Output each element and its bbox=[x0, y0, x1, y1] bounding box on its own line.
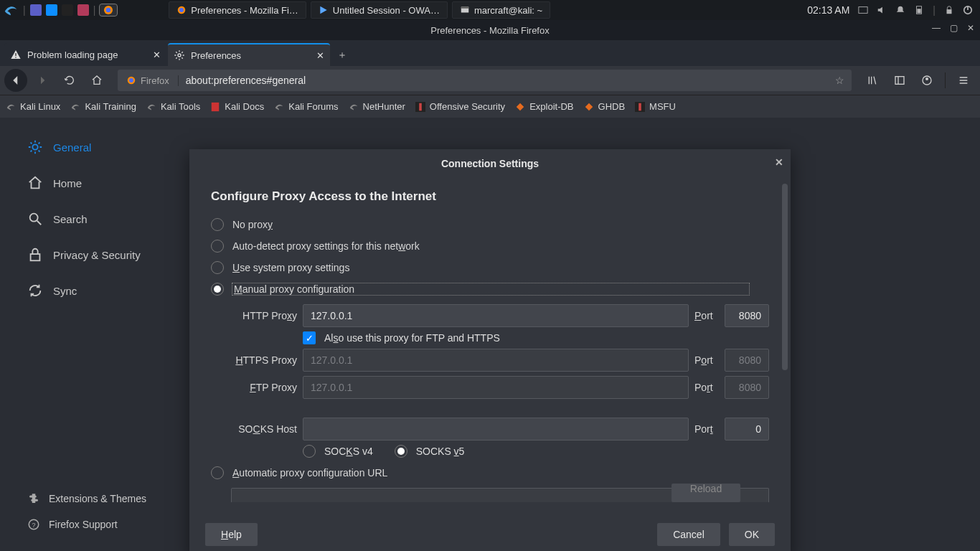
tab-close-icon[interactable]: ✕ bbox=[153, 50, 161, 60]
library-icon[interactable] bbox=[860, 69, 885, 92]
panel-launchers: | | Preferences - Mozilla Fi… Untitled S… bbox=[3, 1, 550, 19]
sidenav-item-search[interactable]: Search bbox=[27, 211, 182, 227]
home-button[interactable] bbox=[85, 69, 109, 92]
radio-system-proxy[interactable]: Use system proxy settings bbox=[211, 257, 769, 278]
radio-icon bbox=[211, 261, 224, 274]
port-label: Port bbox=[694, 354, 719, 366]
workspace-icon[interactable] bbox=[858, 5, 868, 15]
maximize-button[interactable]: ▢ bbox=[948, 23, 958, 33]
bookmark-item[interactable]: NetHunter bbox=[349, 101, 405, 112]
svg-rect-13 bbox=[15, 57, 16, 57]
svg-rect-21 bbox=[212, 102, 220, 110]
launcher-icon-2[interactable] bbox=[77, 4, 89, 16]
browser-tab[interactable]: Preferences ✕ bbox=[168, 43, 330, 66]
clock[interactable]: 02:13 AM bbox=[807, 4, 849, 16]
svg-rect-17 bbox=[895, 77, 904, 85]
close-button[interactable]: ✕ bbox=[966, 23, 976, 33]
launcher-icon[interactable] bbox=[30, 4, 42, 16]
account-icon[interactable] bbox=[915, 69, 939, 92]
volume-icon[interactable] bbox=[877, 5, 887, 15]
cancel-button[interactable]: Cancel bbox=[657, 523, 720, 546]
bookmark-item[interactable]: GHDB bbox=[584, 101, 626, 112]
kali-menu-icon[interactable] bbox=[3, 2, 19, 18]
notifications-icon[interactable] bbox=[895, 5, 905, 15]
puzzle-icon bbox=[27, 492, 40, 505]
taskbar-item[interactable]: Preferences - Mozilla Fi… bbox=[169, 1, 306, 19]
browser-tab[interactable]: Problem loading page ✕ bbox=[4, 43, 166, 66]
socks-port-input[interactable] bbox=[725, 418, 769, 441]
radio-socks-v5[interactable] bbox=[395, 445, 407, 458]
radio-socks-v4[interactable] bbox=[303, 445, 316, 458]
hamburger-menu-icon[interactable] bbox=[951, 69, 976, 92]
power-icon[interactable] bbox=[963, 5, 973, 15]
svg-text:?: ? bbox=[32, 522, 35, 529]
radio-icon bbox=[211, 218, 224, 231]
also-use-label: Also use this proxy for FTP and HTTPS bbox=[324, 332, 500, 344]
url-bar[interactable]: Firefox ☆ bbox=[118, 70, 852, 91]
bookmark-star-icon[interactable]: ☆ bbox=[828, 75, 852, 86]
new-tab-button[interactable]: ＋ bbox=[331, 44, 353, 66]
help-button[interactable]: Help bbox=[205, 523, 258, 546]
radio-auto-config-url[interactable]: Automatic proxy configuration URL bbox=[211, 462, 769, 484]
scrollbar-thumb[interactable] bbox=[782, 184, 788, 370]
svg-point-27 bbox=[30, 214, 38, 222]
taskbar-item-label: Untitled Session - OWA… bbox=[333, 5, 440, 16]
dialog-close-icon[interactable]: ✕ bbox=[775, 156, 783, 168]
gear-icon bbox=[27, 139, 43, 155]
bookmark-item[interactable]: Kali Docs bbox=[210, 101, 264, 112]
tab-label: Preferences bbox=[191, 50, 241, 61]
bookmark-item[interactable]: Kali Linux bbox=[6, 101, 60, 112]
tab-close-icon[interactable]: ✕ bbox=[316, 50, 324, 61]
forward-button[interactable] bbox=[30, 69, 55, 92]
sidenav-item-general[interactable]: General bbox=[27, 139, 182, 155]
http-proxy-host-input[interactable] bbox=[303, 304, 689, 327]
svg-rect-29 bbox=[31, 254, 40, 260]
http-proxy-port-input[interactable] bbox=[725, 304, 769, 327]
bookmark-item[interactable]: Kali Forums bbox=[274, 101, 338, 112]
reload-button[interactable]: Reload bbox=[672, 484, 740, 502]
svg-point-16 bbox=[129, 78, 133, 83]
radio-auto-detect[interactable]: Auto-detect proxy settings for this netw… bbox=[211, 235, 769, 257]
terminal-icon[interactable] bbox=[62, 4, 73, 16]
battery-icon[interactable] bbox=[914, 5, 924, 15]
sidenav-item-home[interactable]: Home bbox=[27, 175, 182, 191]
ftp-proxy-port-input bbox=[725, 376, 769, 399]
url-identity[interactable]: Firefox bbox=[118, 75, 179, 86]
bookmark-item[interactable]: Exploit-DB bbox=[515, 101, 573, 112]
radio-no-proxy[interactable]: No proxy bbox=[211, 214, 769, 235]
minimize-button[interactable]: — bbox=[931, 23, 941, 33]
reload-button[interactable] bbox=[57, 69, 82, 92]
bookmark-item[interactable]: Kali Tools bbox=[146, 101, 200, 112]
kali-icon bbox=[146, 102, 156, 112]
port-label: Port bbox=[694, 310, 719, 321]
sidenav-support[interactable]: ? Firefox Support bbox=[27, 518, 182, 531]
back-button[interactable] bbox=[4, 69, 27, 92]
lock-icon bbox=[27, 247, 43, 263]
sidebar-icon[interactable] bbox=[887, 69, 912, 92]
firefox-launcher-icon[interactable] bbox=[100, 4, 117, 16]
svg-point-1 bbox=[106, 8, 111, 13]
sidenav-extensions[interactable]: Extensions & Themes bbox=[27, 492, 182, 505]
taskbar-item[interactable]: Untitled Session - OWA… bbox=[311, 1, 448, 19]
files-icon[interactable] bbox=[46, 4, 57, 16]
bookmark-item[interactable]: Offensive Security bbox=[415, 101, 505, 112]
bookmark-item[interactable]: Kali Training bbox=[70, 101, 136, 112]
dialog-footer: Help Cancel OK bbox=[189, 519, 791, 551]
radio-manual-proxy[interactable]: Manual proxy configuration bbox=[211, 278, 769, 300]
sidenav-item-sync[interactable]: Sync bbox=[27, 283, 182, 298]
sidenav-label: Sync bbox=[53, 285, 77, 297]
svg-rect-12 bbox=[15, 53, 16, 56]
bookmark-item[interactable]: MSFU bbox=[635, 101, 676, 112]
url-input[interactable] bbox=[179, 75, 828, 86]
taskbar-item[interactable]: marcraft@kali: ~ bbox=[452, 1, 550, 19]
socks-host-label: SOCKS Host bbox=[231, 423, 297, 435]
lock-icon[interactable] bbox=[944, 5, 954, 15]
nav-toolbar: Firefox ☆ bbox=[0, 66, 980, 95]
ok-button[interactable]: OK bbox=[729, 523, 775, 546]
http-proxy-label: HTTP Proxy bbox=[231, 310, 297, 321]
also-use-checkbox[interactable]: ✓ bbox=[303, 331, 316, 344]
dialog-titlebar: Connection Settings ✕ bbox=[189, 149, 791, 178]
sidenav-item-privacy[interactable]: Privacy & Security bbox=[27, 247, 182, 263]
gear-icon bbox=[174, 50, 185, 61]
socks-host-input[interactable] bbox=[303, 418, 689, 441]
